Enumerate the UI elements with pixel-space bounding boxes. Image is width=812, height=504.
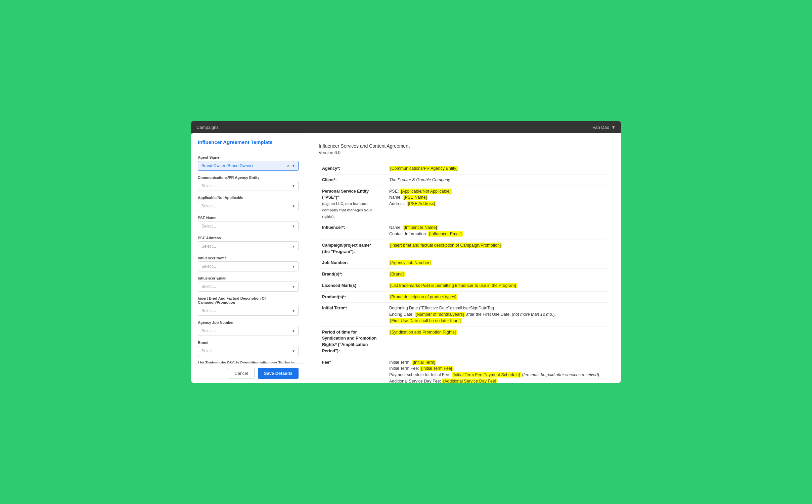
- left-panel: Influencer Agreement Template Agent Sign…: [191, 133, 305, 383]
- select-comms-agency[interactable]: Select...: [198, 181, 299, 191]
- select-pse-address[interactable]: Select...: [198, 241, 299, 251]
- document-panel: Influencer Services and Content Agreemen…: [305, 133, 621, 383]
- select-influencer-email[interactable]: Select...: [198, 282, 299, 292]
- top-bar-user: Van Dao ▼: [592, 125, 616, 130]
- modal-overlay: Influencer Agreement Template Agent Sign…: [191, 133, 621, 383]
- table-row: Job Number:[Agency Job Number]: [319, 257, 607, 269]
- panel-title: Influencer Agreement Template: [198, 139, 299, 145]
- field-label-licensed-marks: List Trademarks P&G Is Permitting Influe…: [198, 361, 299, 363]
- table-row: Initial Term*:Beginning Date ("Effective…: [319, 303, 607, 326]
- panel-header: Influencer Agreement Template: [191, 133, 305, 150]
- save-defaults-button[interactable]: Save Defaults: [258, 368, 299, 379]
- field-label-applicable: Applicable/Not Applicable: [198, 196, 299, 200]
- field-label-influencer-name: Influencer Name: [198, 256, 299, 260]
- table-row: Brand(s)*:[Brand]: [319, 269, 607, 280]
- select-wrapper-applicable: Select...▼: [198, 201, 299, 211]
- select-wrapper-campaign-desc: Select...▼: [198, 306, 299, 316]
- select-wrapper-influencer-email: Select...▼: [198, 282, 299, 292]
- select-agent-signer[interactable]: Brand Owner (Brand Owner): [198, 161, 299, 171]
- document-title: Influencer Services and Content Agreemen…: [319, 143, 607, 149]
- user-menu-icon[interactable]: ▼: [611, 125, 616, 130]
- table-row: Fee*Initial Term: [Initial Term]Initial …: [319, 357, 607, 383]
- table-row: Campaign/project name* (the "Program"):[…: [319, 240, 607, 257]
- select-pse-name[interactable]: Select...: [198, 221, 299, 231]
- field-label-agency-job-number: Agency Job Number: [198, 320, 299, 324]
- field-group-applicable: Applicable/Not ApplicableSelect...▼: [198, 196, 299, 211]
- select-wrapper-brand: Select...▼: [198, 346, 299, 356]
- table-row: Period of time for Syndication and Promo…: [319, 326, 607, 357]
- field-group-comms-agency: Communications/PR Agency EntitySelect...…: [198, 175, 299, 191]
- field-group-brand: BrandSelect...▼: [198, 341, 299, 356]
- field-label-agent-signer: Agent Signer: [198, 155, 299, 159]
- select-wrapper-influencer-name: Select...▼: [198, 261, 299, 271]
- panel-body: Agent SignerBrand Owner (Brand Owner)✕▼C…: [191, 150, 305, 363]
- select-influencer-name[interactable]: Select...: [198, 261, 299, 271]
- table-row: Personal Service Entity ("PSE")*(e.g. an…: [319, 186, 607, 222]
- field-group-pse-address: PSE AddressSelect...▼: [198, 236, 299, 251]
- field-label-brand: Brand: [198, 341, 299, 345]
- select-campaign-desc[interactable]: Select...: [198, 306, 299, 316]
- select-wrapper-pse-name: Select...▼: [198, 221, 299, 231]
- field-label-campaign-desc: Insert Brief And Factual Description Of …: [198, 296, 299, 304]
- document-version: Version 6.0: [319, 150, 607, 155]
- table-row: Licensed Mark(s):[List trademarks P&G is…: [319, 280, 607, 291]
- top-bar: Campaigns Van Dao ▼: [191, 121, 621, 133]
- select-wrapper-pse-address: Select...▼: [198, 241, 299, 251]
- field-label-pse-name: PSE Name: [198, 216, 299, 220]
- select-wrapper-comms-agency: Select...▼: [198, 181, 299, 191]
- field-group-pse-name: PSE NameSelect...▼: [198, 216, 299, 231]
- select-applicable[interactable]: Select...: [198, 201, 299, 211]
- field-label-comms-agency: Communications/PR Agency Entity: [198, 175, 299, 180]
- select-wrapper-agent-signer: Brand Owner (Brand Owner)✕▼: [198, 161, 299, 171]
- top-bar-title: Campaigns: [196, 125, 219, 130]
- select-brand[interactable]: Select...: [198, 346, 299, 356]
- select-agency-job-number[interactable]: Select...: [198, 326, 299, 336]
- table-row: Influencer*:Name: [Influencer Name]Conta…: [319, 222, 607, 240]
- field-group-licensed-marks: List Trademarks P&G Is Permitting Influe…: [198, 361, 299, 363]
- table-row: Agency*:[Communications/PR Agency Entity…: [319, 163, 607, 174]
- field-label-influencer-email: Influencer Email: [198, 276, 299, 280]
- field-group-agency-job-number: Agency Job NumberSelect...▼: [198, 320, 299, 336]
- cancel-button[interactable]: Cancel: [228, 368, 254, 379]
- panel-footer: Cancel Save Defaults: [191, 363, 305, 383]
- document-table: Agency*:[Communications/PR Agency Entity…: [319, 163, 607, 383]
- field-group-agent-signer: Agent SignerBrand Owner (Brand Owner)✕▼: [198, 155, 299, 171]
- table-row: Product(s)*:[Broad description of produc…: [319, 291, 607, 303]
- field-group-influencer-name: Influencer NameSelect...▼: [198, 256, 299, 271]
- field-group-influencer-email: Influencer EmailSelect...▼: [198, 276, 299, 292]
- field-group-campaign-desc: Insert Brief And Factual Description Of …: [198, 296, 299, 316]
- clear-icon-agent-signer[interactable]: ✕: [287, 164, 290, 168]
- field-label-pse-address: PSE Address: [198, 236, 299, 240]
- table-row: Client*:The Procter & Gamble Company: [319, 174, 607, 186]
- select-wrapper-agency-job-number: Select...▼: [198, 326, 299, 336]
